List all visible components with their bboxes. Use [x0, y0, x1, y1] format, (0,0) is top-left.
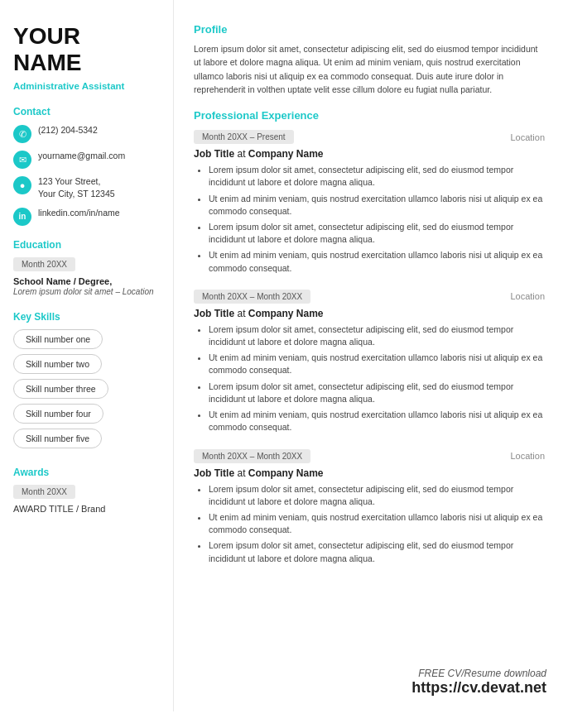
- bullet-item: Ut enim ad minim veniam, quis nostrud ex…: [209, 511, 545, 536]
- profile-heading: Profile: [194, 23, 545, 36]
- phone-contact: ✆ (212) 204-5342: [13, 124, 160, 143]
- candidate-name: YOUR NAME: [13, 23, 160, 76]
- bullet-item: Ut enim ad minim veniam, quis nostrud ex…: [209, 352, 545, 376]
- awards-section-label: Awards: [13, 467, 160, 478]
- email-icon: ✉: [13, 151, 31, 169]
- skills-list: Skill number one Skill number two Skill …: [13, 329, 160, 453]
- exp-jobtitle-2: Job Title at Company Name: [194, 308, 545, 319]
- location-pin-icon: ●: [13, 176, 31, 194]
- skill-item: Skill number five: [13, 429, 102, 448]
- edu-description: Lorem ipsum dolor sit amet – Location: [13, 286, 160, 298]
- award-title: AWARD TITLE / Brand: [13, 504, 160, 514]
- address-contact: ● 123 Your Street, Your City, ST 12345: [13, 175, 160, 199]
- footer-watermark: FREE CV/Resume download https://cv.devat…: [411, 668, 546, 697]
- exp-location-2: Location: [510, 291, 545, 301]
- bullet-item: Lorem ipsum dolor sit amet, consectetur …: [209, 381, 545, 405]
- exp-date-2: Month 20XX – Month 20XX: [194, 290, 310, 304]
- skills-section-label: Key Skills: [13, 311, 160, 323]
- exp-location-3: Location: [510, 451, 545, 461]
- footer-url: https://cv.devat.net: [411, 679, 546, 697]
- experience-entry-1: Month 20XX – Present Location Job Title …: [194, 130, 545, 275]
- footer-free-text: FREE CV/Resume download: [411, 668, 546, 679]
- skill-item: Skill number four: [13, 404, 103, 424]
- bullet-item: Lorem ipsum dolor sit amet, consectetur …: [209, 539, 545, 564]
- education-section-label: Education: [13, 239, 160, 251]
- linkedin-text: linkedin.com/in/name: [38, 207, 120, 219]
- bullet-item: Ut enim ad minim veniam, quis nostrud ex…: [209, 193, 545, 218]
- skill-item: Skill number one: [13, 329, 103, 349]
- exp-jobtitle-3: Job Title at Company Name: [194, 467, 545, 479]
- bullet-item: Lorem ipsum dolor sit amet, consectetur …: [209, 164, 545, 189]
- candidate-job-title: Administrative Assistant: [13, 81, 160, 91]
- experience-entry-2: Month 20XX – Month 20XX Location Job Tit…: [194, 290, 545, 434]
- bullet-item: Lorem ipsum dolor sit amet, consectetur …: [209, 483, 545, 508]
- exp-location-1: Location: [510, 132, 545, 142]
- skill-item: Skill number three: [13, 379, 108, 399]
- bullet-item: Lorem ipsum dolor sit amet, consectetur …: [209, 221, 545, 246]
- resume-page: YOUR NAME Administrative Assistant Conta…: [0, 0, 563, 711]
- exp-header-3: Month 20XX – Month 20XX Location: [194, 449, 545, 463]
- award-date-badge: Month 20XX: [13, 485, 75, 499]
- phone-icon: ✆: [13, 125, 31, 143]
- bullet-item: Ut enim ad minim veniam, quis nostrud ex…: [209, 409, 545, 433]
- experience-heading: Professional Experience: [194, 109, 545, 122]
- contact-section-label: Contact: [13, 106, 160, 117]
- linkedin-contact: in linkedin.com/in/name: [13, 207, 160, 226]
- email-text: yourname@gmail.com: [38, 150, 125, 162]
- email-contact: ✉ yourname@gmail.com: [13, 150, 160, 169]
- exp-bullets-2: Lorem ipsum dolor sit amet, consectetur …: [194, 323, 545, 434]
- bullet-item: Ut enim ad minim veniam, quis nostrud ex…: [209, 249, 545, 274]
- exp-jobtitle-1: Job Title at Company Name: [194, 148, 545, 160]
- phone-text: (212) 204-5342: [38, 124, 98, 136]
- profile-text: Lorem ipsum dolor sit amet, consectetur …: [194, 42, 545, 96]
- exp-header-2: Month 20XX – Month 20XX Location: [194, 290, 545, 304]
- sidebar: YOUR NAME Administrative Assistant Conta…: [0, 0, 174, 711]
- experience-entry-3: Month 20XX – Month 20XX Location Job Tit…: [194, 449, 545, 565]
- address-text: 123 Your Street, Your City, ST 12345: [38, 175, 115, 199]
- exp-bullets-1: Lorem ipsum dolor sit amet, consectetur …: [194, 164, 545, 275]
- linkedin-icon: in: [13, 208, 31, 226]
- main-content: Profile Lorem ipsum dolor sit amet, cons…: [174, 0, 563, 711]
- exp-bullets-3: Lorem ipsum dolor sit amet, consectetur …: [194, 483, 545, 565]
- edu-date-badge: Month 20XX: [13, 257, 75, 271]
- school-name: School Name / Degree,: [13, 276, 160, 286]
- bullet-item: Lorem ipsum dolor sit amet, consectetur …: [209, 323, 545, 348]
- exp-header-1: Month 20XX – Present Location: [194, 130, 545, 144]
- skill-item: Skill number two: [13, 354, 102, 374]
- exp-date-3: Month 20XX – Month 20XX: [194, 449, 310, 463]
- exp-date-1: Month 20XX – Present: [194, 130, 294, 144]
